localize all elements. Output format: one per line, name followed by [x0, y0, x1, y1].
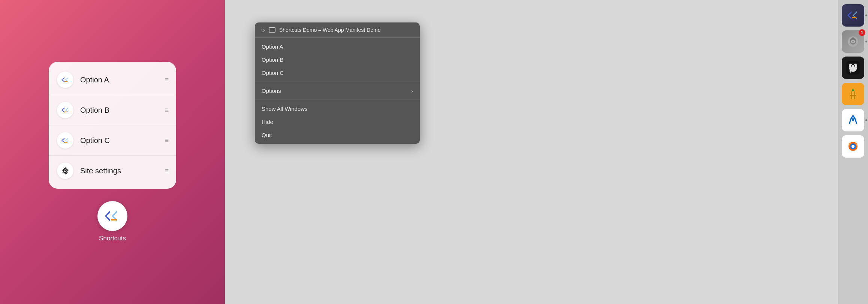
gear-icon-site-settings	[57, 162, 73, 179]
terminal-icon-option-a	[57, 72, 73, 88]
shortcuts-app-icon	[97, 201, 127, 231]
dock-item-terminal[interactable]	[842, 4, 864, 27]
drag-handle-site-settings: ≡	[165, 167, 168, 175]
context-menu-quit[interactable]: Quit	[255, 128, 420, 142]
context-menu-show-all-windows[interactable]: Show All Windows	[255, 102, 420, 115]
dock-item-firefox[interactable]	[842, 135, 864, 158]
show-all-windows-label: Show All Windows	[262, 106, 308, 112]
drag-handle-option-c: ≡	[165, 137, 168, 145]
svg-rect-8	[64, 142, 67, 143]
svg-marker-12	[105, 210, 110, 222]
context-menu-option-a[interactable]: Option A	[255, 40, 420, 53]
svg-point-22	[852, 41, 854, 43]
svg-marker-6	[61, 138, 64, 143]
context-option-a-label: Option A	[262, 43, 283, 50]
svg-marker-3	[61, 107, 64, 113]
dock-item-blue-android[interactable]	[842, 109, 864, 131]
context-menu-title: Shortcuts Demo – Web App Manifest Demo	[279, 27, 381, 33]
app-icon-label: Shortcuts	[99, 235, 126, 242]
context-menu-section-2: Options ›	[255, 82, 420, 100]
app-card-list: Option A ≡ Option B ≡ Op	[49, 62, 176, 189]
context-option-c-label: Option C	[262, 70, 284, 76]
center-panel: ◇ Shortcuts Demo – Web App Manifest Demo…	[225, 0, 838, 304]
context-menu-hide[interactable]: Hide	[255, 115, 420, 128]
hide-label: Hide	[262, 119, 273, 125]
context-option-b-label: Option B	[262, 57, 283, 63]
svg-marker-15	[847, 11, 852, 19]
context-menu-section-1: Option A Option B Option C	[255, 38, 420, 82]
menu-item-option-c[interactable]: Option C ≡	[49, 125, 176, 156]
left-panel: Option A ≡ Option B ≡ Op	[0, 0, 225, 304]
option-b-label: Option B	[80, 106, 158, 115]
options-label: Options	[262, 88, 281, 94]
settings-active-dot	[865, 41, 867, 43]
svg-rect-2	[64, 81, 67, 82]
quit-label: Quit	[262, 132, 272, 138]
terminal-icon-option-b	[57, 102, 73, 118]
dock-item-pineapple[interactable]	[842, 83, 864, 105]
site-settings-label: Site settings	[80, 167, 158, 175]
right-dock: 1	[838, 0, 868, 304]
option-c-label: Option C	[80, 136, 158, 145]
svg-point-11	[64, 170, 66, 171]
context-menu-option-c[interactable]: Option C	[255, 66, 420, 79]
option-a-label: Option A	[80, 76, 158, 84]
android-active-dot	[865, 119, 867, 121]
submenu-chevron-icon: ›	[411, 88, 413, 94]
menu-item-site-settings[interactable]: Site settings ≡	[49, 156, 176, 186]
svg-rect-14	[111, 219, 117, 221]
svg-marker-0	[61, 77, 64, 82]
context-menu: ◇ Shortcuts Demo – Web App Manifest Demo…	[255, 22, 420, 144]
settings-badge: 1	[859, 29, 865, 36]
terminal-active-dot	[865, 15, 867, 16]
context-menu-section-3: Show All Windows Hide Quit	[255, 100, 420, 144]
terminal-icon-option-c	[57, 132, 73, 149]
svg-rect-5	[64, 112, 67, 112]
menu-item-option-b[interactable]: Option B ≡	[49, 95, 176, 125]
svg-point-42	[852, 145, 855, 148]
context-menu-options-submenu[interactable]: Options ›	[255, 84, 420, 97]
context-menu-option-b[interactable]: Option B	[255, 53, 420, 66]
window-icon	[269, 27, 275, 33]
menu-item-option-a[interactable]: Option A ≡	[49, 65, 176, 95]
svg-rect-17	[852, 17, 856, 18]
drag-handle-option-b: ≡	[165, 106, 168, 114]
context-menu-header: ◇ Shortcuts Demo – Web App Manifest Demo	[255, 22, 420, 38]
svg-point-38	[852, 115, 854, 118]
diamond-icon: ◇	[261, 27, 265, 33]
app-icon-container: Shortcuts	[97, 201, 127, 242]
svg-point-28	[854, 65, 855, 67]
dock-item-elephant[interactable]	[842, 57, 864, 79]
drag-handle-option-a: ≡	[165, 76, 168, 84]
svg-point-27	[851, 65, 852, 67]
dock-item-settings[interactable]: 1	[842, 30, 864, 53]
